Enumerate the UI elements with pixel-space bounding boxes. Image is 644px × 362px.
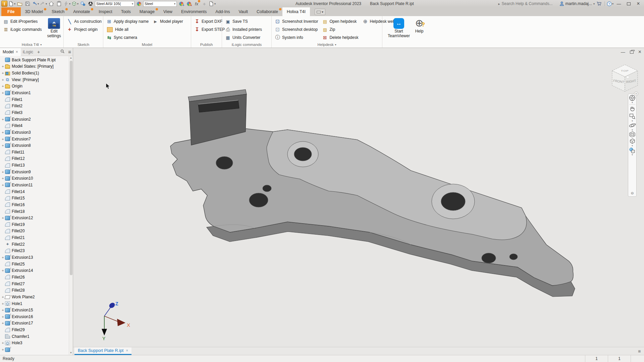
tree-item[interactable]: Fillet4 [0,122,69,129]
tree-item[interactable]: + Extrusion8 [0,142,69,149]
inventor-logo[interactable]: I [1,1,7,7]
tree-expander[interactable]: + [1,183,5,187]
appearance-add-icon[interactable]: + [178,0,184,7]
tree-item[interactable]: Fillet11 [0,149,69,156]
ribbon-button[interactable]: System info [273,34,320,42]
ribbon-tab[interactable]: File [1,7,21,16]
material-wheel-icon[interactable] [136,0,142,7]
help-button[interactable]: ⊕? Help [412,17,427,34]
tree-item[interactable]: Fillet15 [0,195,69,201]
redo-button[interactable]: ▾ [40,0,47,7]
ribbon-tab[interactable]: Tools [117,7,135,16]
tree-item[interactable]: + Work Plane2 [0,294,69,300]
tree-expander[interactable]: + [1,64,5,68]
tree-expander[interactable]: + [1,255,5,259]
tree-expander[interactable]: + [1,268,5,273]
ribbon-button[interactable]: Installed printers [223,25,264,34]
browser-tab-add[interactable]: + [35,49,42,55]
ribbon-display-toggle[interactable]: ▾ [315,9,325,15]
ribbon-tab[interactable]: Collaborate [252,7,282,16]
pan-hand-icon[interactable] [629,105,636,112]
user-menu[interactable]: martin.madaj... [566,1,592,6]
navbar-caret[interactable]: ▾ [632,154,633,156]
ribbon-button[interactable]: Screenshot desktop [273,25,320,34]
ribbon-tab[interactable]: Inspect [94,7,116,16]
ribbon-button[interactable]: Sync camera [105,34,150,42]
ilogic-trigger-button[interactable]: ▾ [63,0,70,7]
navbar-customize-icon[interactable]: ⊖ [631,191,634,195]
paste-button[interactable] [56,0,62,7]
open-button[interactable] [16,0,23,7]
ribbon-tab[interactable]: Manage [135,7,159,16]
tree-item[interactable]: Fillet28 [0,287,69,294]
tree-item[interactable]: Fillet14 [0,188,69,195]
search-input[interactable] [502,1,558,7]
view-face-icon[interactable] [629,138,636,144]
doc-minimize-button[interactable]: — [621,50,625,55]
undo-button[interactable]: ▾ [32,0,39,7]
ribbon-tab[interactable]: View [159,7,177,16]
doc-stack-button[interactable]: ▾ [209,0,216,7]
tree-item[interactable]: + Extrusion16 [0,313,69,320]
ribbon-button[interactable]: Model player [151,17,185,25]
ribbon-tab[interactable]: 3D Model [21,7,48,16]
navbar-caret[interactable]: ▾ [632,129,633,131]
ribbon-tab[interactable]: Holixa T4I [282,7,310,16]
tree-expander[interactable]: + [1,91,5,95]
ribbon-button[interactable]: Apply display name [105,17,150,25]
tree-item[interactable]: + Extrusion10 [0,175,69,182]
tree-item[interactable]: Fillet1 [0,96,69,103]
ribbon-button[interactable]: Export STEP [193,25,226,34]
ribbon-button[interactable]: Save TS [223,17,264,25]
edit-box-button[interactable]: ▾ [71,0,78,7]
tree-expander[interactable]: + [1,341,5,345]
browser-tab-ilogic[interactable]: iLogic [21,50,35,54]
tree-item[interactable]: + Extrusion9 [0,169,69,175]
visual-style-icon[interactable] [629,147,636,154]
tree-item[interactable]: + Extrusion13 [0,254,69,261]
tree-expander[interactable]: + [1,137,5,141]
tree-expander[interactable]: + [1,302,5,306]
ribbon-button[interactable]: As construction [65,17,103,25]
tree-item[interactable]: + Hole1 [0,300,69,307]
tree-item[interactable]: Fillet29 [0,326,69,333]
ribbon-button[interactable]: Edit iProperties [1,17,43,25]
tree-item[interactable]: Fillet16 [0,201,69,208]
appearance-clear-icon[interactable]: × [185,0,192,7]
home-button[interactable] [48,0,55,7]
tree-item[interactable]: Fillet13 [0,162,69,169]
close-button[interactable]: × [634,0,643,7]
tree-item[interactable]: + Model States: [Primary] [0,63,69,70]
tree-item[interactable]: Fillet25 [0,261,69,267]
user-menu-caret[interactable]: ▾ [593,2,595,5]
ribbon-button[interactable]: Zip [320,25,360,34]
navbar-caret[interactable]: ▾ [632,101,633,104]
panel-label[interactable]: Holixa T4I▾ [0,42,63,48]
tree-expander[interactable]: + [1,130,5,134]
parameters-fx-button[interactable]: fx [193,0,200,7]
ribbon-button[interactable]: Hide all [105,25,150,34]
tree-item[interactable]: + Extrusion15 [0,307,69,313]
tree-item[interactable]: + Extrusion17 [0,320,69,327]
tree-expander[interactable]: + [1,315,5,319]
search-expand-icon[interactable]: ▸ [498,2,500,6]
restore-button[interactable] [624,0,633,7]
doc-restore-button[interactable] [630,51,634,54]
ribbon-tab[interactable]: Add-Ins [211,7,234,16]
start-teamviewer-button[interactable]: ↔ StartTeamViewer [388,17,410,38]
tree-item[interactable]: Fillet20 [0,228,69,235]
ribbon-button[interactable]: Project origin [65,25,103,34]
tree-item[interactable]: + Extrusion12 [0,215,69,221]
zoom-window-icon[interactable] [629,113,636,120]
search-icon[interactable] [58,49,66,55]
tree-expander[interactable]: + [1,71,5,75]
tree-item[interactable]: Fillet18 [0,208,69,215]
tree-expander[interactable]: + [1,176,5,180]
doc-close-button[interactable]: × [638,49,641,55]
material-select[interactable]: Steel AISI 105(▾ [95,1,135,7]
tree-expander[interactable]: + [1,348,5,352]
appearance-select[interactable]: Steel▾ [143,1,177,7]
ribbon-button[interactable]: Screenshot Inventor [273,17,320,25]
tree-expander[interactable]: + [1,143,5,147]
tree-expander[interactable]: + [1,216,5,220]
